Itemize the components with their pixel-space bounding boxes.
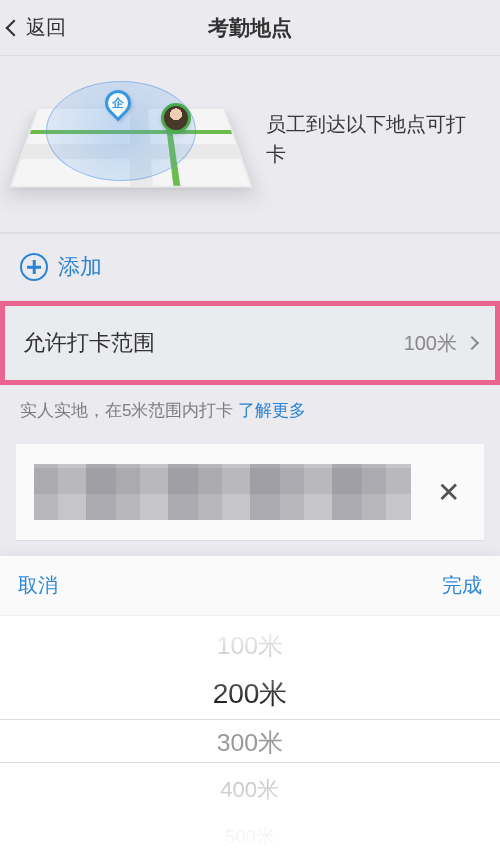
back-label: 返回 — [26, 14, 66, 41]
plus-circle-icon — [20, 253, 48, 281]
add-location-button[interactable]: 添加 — [0, 233, 500, 301]
punch-range-label: 允许打卡范围 — [23, 328, 155, 358]
punch-range-row[interactable]: 允许打卡范围 100米 — [0, 301, 500, 385]
hint-text: 实人实地，在5米范围内打卡 了解更多 — [0, 395, 500, 422]
learn-more-link[interactable]: 了解更多 — [238, 401, 306, 420]
picker-option[interactable]: 300米 — [217, 720, 283, 765]
back-button[interactable]: 返回 — [8, 14, 66, 41]
chevron-left-icon — [6, 19, 23, 36]
picker-option[interactable]: 400米 — [221, 770, 280, 810]
picker-done-button[interactable]: 完成 — [442, 572, 482, 599]
picker-wheel[interactable]: 100米 200米 300米 400米 500米 — [0, 616, 500, 866]
info-card: 员工到达以下地点可打卡 — [0, 56, 500, 233]
masked-item-row: ✕ — [16, 444, 484, 540]
picker-cancel-button[interactable]: 取消 — [18, 572, 58, 599]
map-illustration — [18, 74, 248, 204]
employee-avatar-icon — [161, 103, 191, 133]
close-icon[interactable]: ✕ — [431, 470, 466, 515]
picker-option[interactable]: 100米 — [217, 623, 283, 668]
hint-prefix: 实人实地，在5米范围内打卡 — [20, 401, 238, 420]
header: 返回 考勤地点 — [0, 0, 500, 56]
info-text: 员工到达以下地点可打卡 — [266, 109, 476, 169]
punch-range-value: 100米 — [404, 330, 457, 357]
picker-option[interactable]: 200米 — [213, 669, 288, 719]
range-picker: 取消 完成 100米 200米 300米 400米 500米 — [0, 556, 500, 866]
masked-content — [34, 464, 411, 520]
add-label: 添加 — [58, 252, 102, 282]
picker-option[interactable]: 500米 — [225, 820, 275, 854]
page-title: 考勤地点 — [0, 14, 500, 42]
chevron-right-icon — [465, 336, 479, 350]
